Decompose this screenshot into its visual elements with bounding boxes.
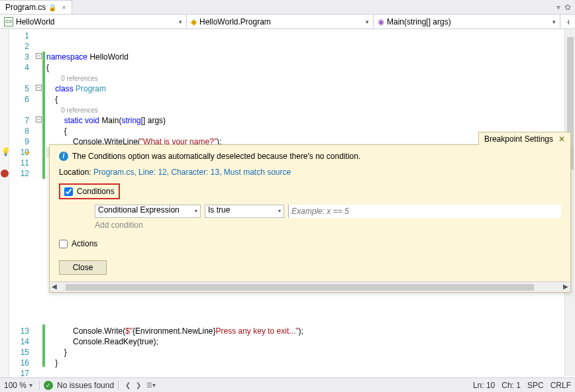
- condition-type-select[interactable]: Conditional Expression▾: [95, 205, 201, 218]
- lock-icon: 🔒: [48, 4, 56, 11]
- csharp-icon: C#: [4, 17, 13, 26]
- panel-title: Breakpoint Settings: [484, 134, 553, 144]
- tab-bar: Program.cs 🔒 × ▾ ✿: [0, 0, 575, 15]
- split-view-button[interactable]: ⫞: [560, 15, 575, 28]
- nav-method-label: Main(string[] args): [387, 17, 451, 26]
- navigation-bar: C# HelloWorld ▾ ◆ HelloWorld.Program ▾ ◉…: [0, 15, 575, 29]
- nav-back-icon[interactable]: ❮: [125, 381, 131, 389]
- condition-operator-select[interactable]: Is true▾: [205, 205, 284, 218]
- conditions-checkbox[interactable]: [64, 187, 73, 196]
- close-panel-icon[interactable]: ✕: [558, 134, 565, 144]
- status-bar: 100 % ▾ ✓ No issues found ❮ ❯ ☰▾ Ln: 10 …: [0, 377, 575, 392]
- condition-expression-input[interactable]: [288, 205, 561, 218]
- nav-project-label: HelloWorld: [16, 17, 54, 26]
- fold-toggle[interactable]: −: [36, 117, 42, 122]
- nav-fwd-icon[interactable]: ❯: [136, 381, 141, 389]
- close-button[interactable]: Close: [59, 260, 107, 275]
- change-marker: [42, 324, 45, 367]
- chevron-down-icon: ▾: [552, 19, 556, 25]
- actions-label: Actions: [72, 239, 97, 248]
- info-message: i The Conditions option was automaticall…: [59, 152, 561, 161]
- location-link[interactable]: Program.cs, Line: 12, Character: 13, Mus…: [93, 168, 291, 177]
- file-tab-program[interactable]: Program.cs 🔒 ×: [0, 0, 72, 14]
- location-label: Location:: [59, 168, 93, 177]
- fold-toggle[interactable]: −: [36, 53, 42, 59]
- chevron-down-icon: ▾: [366, 19, 369, 25]
- issues-status[interactable]: No issues found: [57, 381, 114, 390]
- check-icon: ✓: [44, 381, 53, 390]
- fold-toggle[interactable]: −: [36, 85, 42, 91]
- info-text: The Conditions option was automatically …: [72, 152, 360, 161]
- nav-history-icon[interactable]: ☰▾: [146, 381, 156, 389]
- conditions-label: Conditions: [77, 187, 115, 196]
- nav-class-label: HelloWorld.Program: [199, 17, 271, 26]
- line-indicator[interactable]: Ln: 10: [473, 381, 495, 390]
- zoom-dropdown-icon[interactable]: ▾: [29, 381, 32, 389]
- conditions-highlight: Conditions: [59, 183, 120, 199]
- panel-header: Breakpoint Settings ✕: [478, 132, 571, 145]
- chevron-down-icon: ▾: [278, 208, 281, 214]
- close-icon[interactable]: ×: [62, 3, 66, 11]
- preview-icon[interactable]: ▾: [556, 3, 560, 12]
- change-marker: [42, 52, 45, 179]
- panel-horizontal-scrollbar[interactable]: ◀ ▶: [50, 281, 570, 292]
- nav-class[interactable]: ◆ HelloWorld.Program ▾: [187, 15, 374, 28]
- char-indicator[interactable]: Ch: 1: [501, 381, 521, 390]
- location-row: Location: Program.cs, Line: 12, Characte…: [59, 168, 561, 177]
- method-icon: ◉: [378, 17, 384, 26]
- line-ending-indicator[interactable]: CRLF: [550, 381, 571, 390]
- indent-indicator[interactable]: SPC: [527, 381, 544, 390]
- nav-method[interactable]: ◉ Main(string[] args) ▾: [374, 15, 560, 28]
- add-condition-link[interactable]: Add condition: [95, 220, 561, 230]
- info-icon: i: [59, 152, 68, 161]
- class-icon: ◆: [191, 17, 197, 26]
- nav-project[interactable]: C# HelloWorld ▾: [0, 15, 187, 28]
- tab-label: Program.cs: [5, 3, 46, 12]
- settings-icon[interactable]: ✿: [564, 3, 571, 12]
- zoom-level[interactable]: 100 %: [4, 381, 26, 390]
- execution-arrow-icon: ➜: [24, 147, 30, 158]
- chevron-down-icon: ▾: [195, 208, 197, 214]
- chevron-down-icon: ▾: [179, 19, 182, 25]
- breakpoint-settings-panel: Breakpoint Settings ✕ i The Conditions o…: [49, 144, 571, 293]
- actions-checkbox[interactable]: [59, 240, 68, 248]
- line-numbers: 13 14 15 16 17: [9, 324, 33, 377]
- breakpoint-dot[interactable]: [1, 170, 9, 177]
